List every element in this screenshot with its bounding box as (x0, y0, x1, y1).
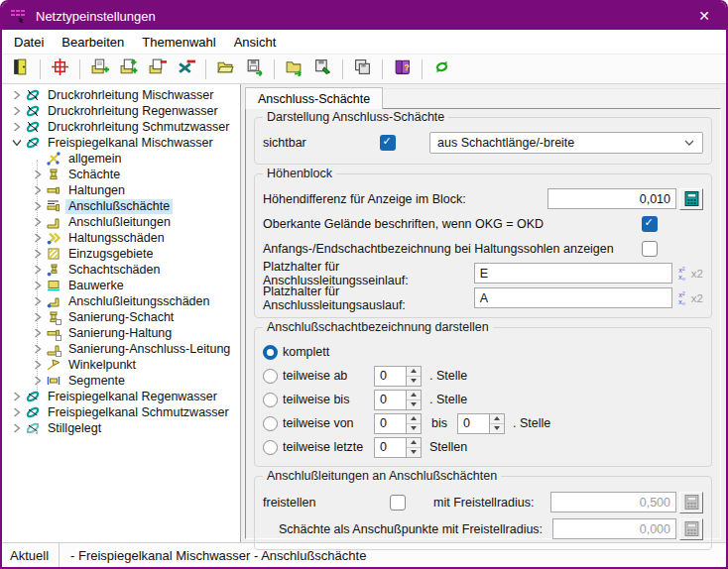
anfangs-endschacht-checkbox[interactable] (642, 241, 658, 257)
refresh-button[interactable] (428, 57, 455, 82)
tree-item[interactable]: Winkelpunkt (2, 357, 240, 373)
save-all-button[interactable] (349, 57, 376, 82)
chevron-down-icon[interactable] (9, 136, 24, 151)
chevron-right-icon[interactable] (30, 247, 45, 262)
stelle-spinner-4[interactable]: 0 (374, 437, 422, 458)
chevron-right-icon[interactable] (9, 88, 24, 103)
stelle-spinner-2-arrows[interactable] (406, 390, 422, 410)
tree-item[interactable]: Bauwerke (2, 278, 240, 293)
tree-item[interactable]: Druckrohrleitung Mischwasser (2, 87, 240, 103)
tree-item[interactable]: Anschlußschächte (2, 198, 240, 214)
stelle-spinner-1-value[interactable]: 0 (374, 366, 406, 387)
chevron-right-icon[interactable] (30, 294, 45, 309)
add-entry-button[interactable] (86, 57, 113, 82)
tree-item[interactable]: Sanierung-Haltung (2, 325, 240, 341)
menu-datei[interactable]: Datei (5, 30, 53, 54)
stelle-spinner-2-value[interactable]: 0 (374, 390, 406, 410)
platzhalter-einlauf-input[interactable]: E (474, 263, 672, 284)
darstellung-dropdown[interactable]: aus Schachtlänge/-breite (429, 132, 703, 154)
superscript-subscript-icon[interactable]: x²x₀ (675, 267, 688, 281)
stelle-spinner-4-arrows[interactable] (406, 437, 422, 458)
tree-item[interactable]: allgemein (2, 151, 240, 167)
tree-item[interactable]: Segmente (2, 373, 240, 389)
menu-ansicht[interactable]: Ansicht (225, 30, 286, 54)
spinner-down-icon[interactable] (490, 424, 504, 433)
tree-item[interactable]: Einzugsgebiete (2, 246, 240, 262)
chevron-right-icon[interactable] (30, 358, 45, 373)
tree-item[interactable]: Stillgelegt (2, 420, 240, 436)
tree-item[interactable]: Freispiegelkanal Schmutzwasser (2, 404, 240, 420)
remove-entry-button[interactable] (144, 57, 171, 82)
chevron-right-icon[interactable] (30, 374, 45, 389)
spinner-down-icon[interactable] (407, 448, 421, 457)
add-copy-entry-button[interactable] (115, 57, 142, 82)
chevron-right-icon[interactable] (9, 390, 24, 404)
tree-item[interactable]: Schächte (2, 167, 240, 182)
open-button[interactable] (212, 57, 239, 82)
chevron-right-icon[interactable] (30, 215, 45, 230)
tree-item[interactable]: Haltungen (2, 182, 240, 198)
chevron-right-icon[interactable] (9, 120, 24, 135)
spinner-up-icon[interactable] (407, 391, 421, 400)
chevron-right-icon[interactable] (30, 310, 45, 325)
radio-teilweise-bis[interactable] (263, 393, 278, 407)
chevron-right-icon[interactable] (30, 231, 45, 246)
chevron-right-icon[interactable] (30, 168, 45, 182)
stelle-spinner-1[interactable]: 0 (374, 366, 422, 387)
chevron-right-icon[interactable] (30, 263, 45, 278)
exit-button[interactable] (7, 57, 34, 82)
stelle-spinner-3-value[interactable]: 0 (374, 413, 406, 434)
spinner-down-icon[interactable] (407, 424, 421, 433)
chevron-right-icon[interactable] (30, 279, 45, 293)
calculator-button[interactable] (679, 188, 703, 210)
tab-anschluss-schaechte[interactable]: Anschluss-Schächte (245, 87, 383, 109)
chevron-right-icon[interactable] (30, 183, 45, 198)
chevron-right-icon[interactable] (30, 326, 45, 341)
stelle-spinner-3-arrows[interactable] (406, 413, 422, 434)
save-button[interactable] (241, 57, 268, 82)
schaechte-freistellradius-input[interactable]: 0,000 (552, 518, 676, 539)
delete-button[interactable] (173, 57, 199, 82)
superscript-subscript-icon[interactable]: x²x₀ (675, 291, 688, 305)
freistellradius-input[interactable]: 0,500 (550, 492, 676, 512)
tree-item[interactable]: Haltungsschäden (2, 230, 240, 246)
chevron-right-icon[interactable] (30, 342, 45, 357)
stelle-spinner-4-value[interactable]: 0 (374, 437, 406, 458)
chevron-right-icon[interactable] (9, 421, 24, 436)
tree-item[interactable]: Anschlußleitungsschäden (2, 293, 240, 309)
menu-themenwahl[interactable]: Themenwahl (133, 30, 224, 54)
spinner-up-icon[interactable] (490, 414, 504, 424)
okg-checkbox[interactable] (642, 216, 658, 232)
radio-teilweise-ab[interactable] (263, 369, 278, 384)
menu-bearbeiten[interactable]: Bearbeiten (53, 30, 133, 54)
spinner-up-icon[interactable] (407, 438, 421, 448)
hoehendifferenz-input[interactable]: 0,010 (547, 188, 676, 209)
spinner-down-icon[interactable] (407, 377, 421, 386)
chevron-right-icon[interactable] (30, 199, 45, 214)
tree-item[interactable]: Anschlußleitungen (2, 214, 240, 230)
close-button[interactable]: ✕ (682, 2, 726, 30)
tree-item[interactable]: Druckrohrleitung Regenwasser (2, 103, 240, 119)
stelle-spinner-3[interactable]: 0 (374, 413, 422, 434)
tree-item[interactable]: Druckrohrleitung Schmutzwasser (2, 119, 240, 135)
sichtbar-checkbox[interactable] (380, 135, 396, 151)
chevron-right-icon[interactable] (9, 104, 24, 119)
stelle-spinner-2[interactable]: 0 (374, 390, 422, 410)
tree-item[interactable]: Sanierung-Schacht (2, 309, 240, 325)
platzhalter-auslauf-input[interactable]: A (474, 287, 672, 308)
stelle-spinner-3b-value[interactable]: 0 (457, 413, 489, 434)
spinner-up-icon[interactable] (407, 367, 421, 377)
freistellen-checkbox[interactable] (390, 495, 406, 511)
save-edit-button[interactable] (309, 57, 336, 82)
tree-item[interactable]: Freispiegelkanal Mischwasser (2, 135, 240, 151)
help-button[interactable]: ? (389, 57, 416, 82)
import-button[interactable] (281, 57, 307, 82)
tree-item[interactable]: Freispiegelkanal Regenwasser (2, 389, 240, 404)
tree-item[interactable]: Schachtschäden (2, 262, 240, 278)
radio-teilweise-letzte[interactable] (263, 440, 278, 455)
chevron-right-icon[interactable] (9, 405, 24, 420)
spinner-down-icon[interactable] (407, 400, 421, 409)
crosshair-button[interactable] (47, 57, 73, 82)
stelle-spinner-3b-arrows[interactable] (489, 413, 505, 434)
stelle-spinner-3b[interactable]: 0 (457, 413, 505, 434)
